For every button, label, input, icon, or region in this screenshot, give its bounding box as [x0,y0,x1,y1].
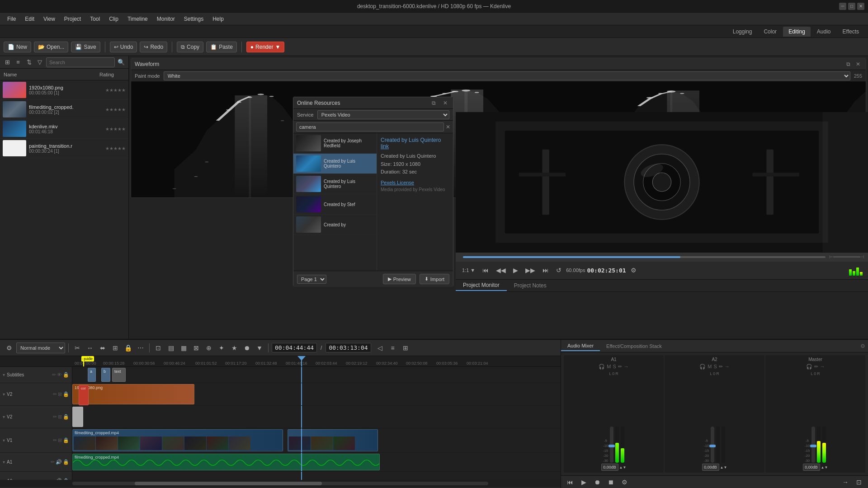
bin-list-icon[interactable]: ≡ [14,58,23,67]
monitor-progress-bar[interactable] [463,256,826,258]
favorite-icon[interactable]: ★ [229,343,240,353]
timeline-mode-select[interactable]: Normal mode Overwrite mode [16,343,65,353]
track-collapse-a1[interactable]: ▾ [3,460,5,465]
undo-button[interactable]: ↩ Undo [110,42,137,52]
mixer-stop-icon[interactable]: ⏹ [605,477,616,488]
new-button[interactable]: 📄 New [4,42,31,52]
bin-filter-icon[interactable]: ▽ [35,58,44,67]
track-lock-v2a-icon[interactable]: 🔒 [63,391,69,397]
pexels-license-link[interactable]: Pexels License [381,180,414,185]
mixer-normalize-icon[interactable]: ⊡ [854,477,864,488]
mixer-go-start-icon[interactable]: ⏮ [565,477,576,488]
open-button[interactable]: 📂 Open... [34,42,68,52]
copy-button[interactable]: ⧉ Copy [177,42,203,52]
track-composite-v1-icon[interactable]: ⊞ [58,437,62,443]
ch-val-up-a2[interactable]: ▲▼ [720,465,727,469]
paint-mode-select[interactable]: White Green Yellow [164,71,850,80]
timeline-scrollbar-track[interactable] [72,482,488,485]
track-mute-a2-icon[interactable]: 🔊 [56,478,62,480]
menu-project[interactable]: Project [61,14,85,23]
bin-item-rating[interactable]: ★★★★★ [105,88,126,93]
result-item-1[interactable]: Created by Joseph Redfield [293,133,377,154]
result-item-3[interactable]: Created by Luis Quintero [293,174,377,194]
spacer-tool-icon[interactable]: ↔ [85,343,95,353]
track-lock-a2-icon[interactable]: 🔒 [63,478,69,480]
track-edit-a1-icon[interactable]: ✏ [51,459,55,465]
track-composite-v2a-icon[interactable]: ⊞ [58,391,62,397]
track-mute-a1-icon[interactable]: 🔊 [56,459,62,465]
tab-project-monitor[interactable]: Project Monitor [456,280,507,291]
go-back-button[interactable]: ◀◀ [493,266,509,275]
go-start-button[interactable]: ⏮ [480,266,491,275]
tab-effects[interactable]: Effects [837,27,864,37]
channel-value-a1[interactable] [601,464,618,471]
bin-item-painting[interactable]: painting_transition.r 00:00:30:24 [1] ★★… [0,139,128,158]
effects-icon[interactable]: ✦ [216,343,227,353]
page-select[interactable]: Page 1 Page 2 [297,275,326,284]
result-item-2[interactable]: Created by Luis Quintero [293,154,377,174]
preview-button[interactable]: ▶ Preview [383,274,416,284]
timeline-zoom-out-icon[interactable]: ◁ [375,343,386,353]
save-button[interactable]: 💾 Save [71,42,100,52]
paste-button[interactable]: 📋 Paste [206,42,237,52]
go-forward-button[interactable]: ▶▶ [523,266,538,275]
clip-menu-icon[interactable]: ▼ [254,343,265,353]
ch-mute-a2-icon[interactable]: M [708,364,712,370]
menu-monitor[interactable]: Monitor [153,14,179,23]
subtitle-clip-1[interactable]: a [88,368,96,382]
timeline-layout-icon[interactable]: ⊞ [400,343,411,353]
timeline-settings-icon[interactable]: ⚙ [4,343,14,353]
ch-arrow-master-icon[interactable]: → [820,364,825,370]
track-edit-icon[interactable]: ✏ [52,372,56,378]
menu-edit[interactable]: Edit [21,14,38,23]
tab-color[interactable]: Color [758,27,782,37]
track-collapse-v2a[interactable]: ▾ [3,392,5,397]
timeline-timecode[interactable]: 00:04:44:44 [272,343,317,352]
clear-search-icon[interactable]: ✕ [446,124,450,130]
service-select[interactable]: Pexels Video Pixabay [317,110,449,119]
channel-value-a2[interactable] [702,464,719,471]
lock-icon[interactable]: 🔒 [123,343,133,353]
mixer-send-icon[interactable]: → [840,477,851,488]
result-item-4[interactable]: Created by Stef [293,194,377,215]
go-end-button[interactable]: ⏭ [540,266,552,275]
channel-value-master[interactable] [803,464,820,471]
bin-view-icon[interactable]: ⊞ [3,58,12,67]
menu-tool[interactable]: Tool [86,14,104,23]
menu-help[interactable]: Help [209,14,227,23]
bin-sort-icon[interactable]: ⇅ [24,58,33,67]
search-icon[interactable]: 🔍 [117,58,126,67]
ch-solo-a1-icon[interactable]: S [613,364,616,370]
ch-headphone-a2-icon[interactable]: 🎧 [699,364,706,370]
close-button[interactable]: ✕ [857,3,864,10]
result-item-5[interactable]: Created by [293,215,377,235]
timeline-duration[interactable]: 00:03:13:04 [326,343,371,352]
fader-master[interactable] [811,427,815,463]
a1-clip[interactable]: filmediting_cropped.mp4 [72,454,380,470]
ch-solo-a2-icon[interactable]: S [713,364,717,370]
composite-icon[interactable]: ⊕ [203,343,214,353]
waveform-detach-icon[interactable]: ⧉ [844,60,852,68]
mixer-rec-icon[interactable]: ⏺ [592,477,603,488]
track-edit-v2b-icon[interactable]: ✏ [53,414,57,420]
v2b-clip[interactable] [72,407,83,427]
menu-clip[interactable]: Clip [105,14,122,23]
track-lock-v2b-icon[interactable]: 🔒 [63,414,69,420]
track-lock-a1-icon[interactable]: 🔒 [63,459,69,465]
play-button[interactable]: ▶ [510,266,521,275]
online-search-input[interactable] [296,122,444,131]
ch-config-a1-icon[interactable]: ✏ [618,364,622,370]
track-edit-v1-icon[interactable]: ✏ [53,437,57,443]
bin-item-kdenlive[interactable]: kdenlive.mkv 00:01:46:18 ★★★★★ [0,119,128,139]
minimize-button[interactable]: ─ [839,3,846,10]
maximize-button[interactable]: □ [848,3,855,10]
tab-audio-mixer[interactable]: Audio Mixer [561,341,600,351]
mixer-play-icon[interactable]: ▶ [578,477,589,488]
track-lock-icon[interactable]: 🔒 [63,372,69,378]
ch-headphone-a1-icon[interactable]: 🎧 [599,364,605,370]
menu-file[interactable]: File [4,14,19,23]
menu-view[interactable]: View [40,14,59,23]
overwrite-icon[interactable]: ▦ [178,343,189,353]
ch-headphone-master-icon[interactable]: 🎧 [806,364,812,370]
slip-tool-icon[interactable]: ⬌ [97,343,108,353]
